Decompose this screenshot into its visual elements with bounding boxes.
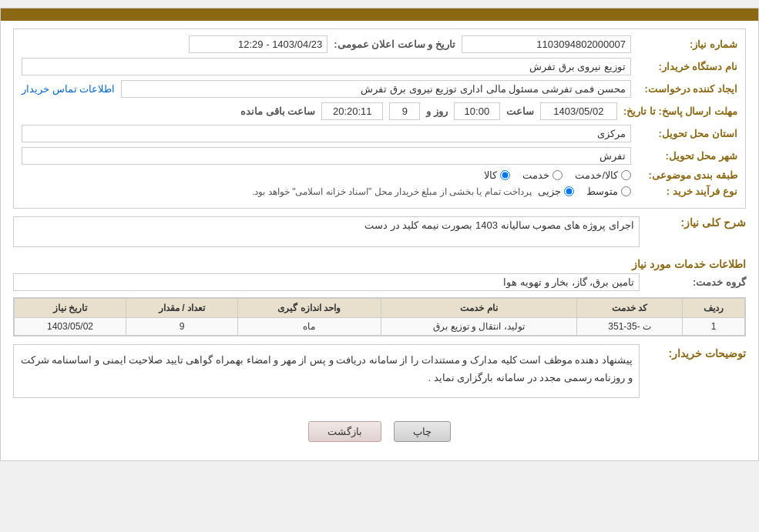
general-desc-label: شرح کلی نیاز: — [646, 216, 746, 229]
deadline-date: 1403/05/02 — [540, 102, 617, 120]
province-row: استان محل تحویل: مرکزی — [22, 125, 737, 142]
deadline-label: مهلت ارسال پاسخ: تا تاریخ: — [623, 105, 737, 117]
announce-date-value: 1403/04/23 - 12:29 — [189, 35, 327, 53]
cell-service-name: تولید، انتقال و توزیع برق — [381, 318, 577, 336]
need-number-label: شماره نیاز: — [637, 38, 737, 50]
content-area: شماره نیاز: 1103094802000007 تاریخ و ساع… — [1, 21, 758, 460]
buyer-org-label: نام دستگاه خریدار: — [637, 61, 737, 72]
purchase-note: پرداخت تمام یا بخشی از مبلغ خریدار محل "… — [252, 186, 532, 197]
buyer-org-row: نام دستگاه خریدار: توزیع نیروی برق تفرش — [22, 58, 737, 75]
city-label: شهر محل تحویل: — [637, 150, 737, 162]
buyer-notes-row: توضیحات خریدار: پیشنهاد دهنده موظف است ک… — [13, 344, 746, 406]
col-row-num: ردیف — [683, 299, 745, 318]
services-table: ردیف کد خدمت نام خدمت واحد اندازه گیری ت… — [14, 298, 745, 336]
category-goods-service-radio[interactable] — [621, 170, 631, 180]
buyer-org-value: توزیع نیروی برق تفرش — [22, 58, 631, 75]
deadline-time: 10:00 — [454, 102, 500, 120]
table-header-row: ردیف کد خدمت نام خدمت واحد اندازه گیری ت… — [15, 299, 745, 318]
category-goods-service-option[interactable]: کالا/خدمت — [575, 169, 631, 181]
announce-date-label: تاریخ و ساعت اعلان عمومی: — [334, 38, 455, 50]
page-wrapper: شماره نیاز: 1103094802000007 تاریخ و ساع… — [0, 8, 759, 461]
service-group-label: گروه خدمت: — [646, 276, 746, 288]
service-group-row: گروه خدمت: تامین برق، گاز، بخار و تهویه … — [13, 273, 746, 291]
deadline-day: 9 — [389, 102, 420, 120]
deadline-remaining: 20:20:11 — [321, 102, 383, 120]
contact-link[interactable]: اطلاعات تماس خریدار — [22, 83, 115, 95]
purchase-type-radio-group: متوسط جزیی — [538, 186, 631, 197]
button-row: چاپ بازگشت — [13, 413, 746, 453]
cell-service-code: ت -35-351 — [577, 318, 683, 336]
general-desc-row: شرح کلی نیاز: اجرای پروژه های مصوب سالیا… — [13, 216, 746, 247]
category-service-label: خدمت — [522, 169, 549, 181]
purchase-medium-radio[interactable] — [621, 186, 631, 196]
back-button[interactable]: بازگشت — [308, 421, 381, 442]
deadline-row: مهلت ارسال پاسخ: تا تاریخ: 1403/05/02 سا… — [22, 102, 737, 120]
creator-row: ایجاد کننده درخواست: محسن فمی تفرشی مسئو… — [22, 80, 737, 98]
buyer-notes-value: پیشنهاد دهنده موظف است کلیه مدارک و مستن… — [13, 344, 640, 398]
cell-quantity: 9 — [126, 318, 238, 336]
col-service-name: نام خدمت — [381, 299, 577, 318]
col-unit: واحد اندازه گیری — [237, 299, 381, 318]
deadline-day-label: روز و — [426, 105, 448, 117]
city-row: شهر محل تحویل: تفرش — [22, 147, 737, 165]
purchase-partial-label: جزیی — [538, 186, 561, 197]
purchase-partial-option[interactable]: جزیی — [538, 186, 574, 197]
services-section-title: اطلاعات خدمات مورد نیاز — [13, 253, 746, 273]
category-service-radio[interactable] — [552, 170, 563, 180]
city-value: تفرش — [22, 147, 631, 165]
need-number-value: 1103094802000007 — [462, 35, 631, 53]
buyer-notes-label: توضیحات خریدار: — [646, 344, 746, 360]
need-number-row: شماره نیاز: 1103094802000007 تاریخ و ساع… — [22, 35, 737, 53]
deadline-time-label: ساعت — [506, 105, 534, 117]
category-radio-group: کالا/خدمت خدمت کالا — [484, 169, 631, 181]
creator-value: محسن فمی تفرشی مسئول مالی اداری توزیع نی… — [121, 80, 631, 98]
main-info-section: شماره نیاز: 1103094802000007 تاریخ و ساع… — [13, 28, 746, 209]
category-goods-option[interactable]: کالا — [484, 169, 510, 181]
creator-label: ایجاد کننده درخواست: — [637, 83, 737, 95]
category-goods-service-label: کالا/خدمت — [575, 169, 618, 181]
page-title — [1, 8, 758, 21]
province-value: مرکزی — [22, 125, 631, 142]
category-goods-label: کالا — [484, 169, 497, 181]
purchase-partial-radio[interactable] — [564, 186, 574, 196]
service-group-value: تامین برق، گاز، بخار و تهویه هوا — [13, 273, 640, 291]
category-service-option[interactable]: خدمت — [522, 169, 563, 181]
deadline-remaining-label: ساعت باقی مانده — [240, 105, 315, 117]
purchase-medium-label: متوسط — [586, 186, 618, 197]
purchase-type-label: نوع فرآیند خرید : — [637, 186, 737, 197]
print-button[interactable]: چاپ — [394, 421, 451, 442]
category-row: طبقه بندی موضوعی: کالا/خدمت خدمت کالا — [22, 169, 737, 181]
cell-row-num: 1 — [683, 318, 745, 336]
col-date: تاریخ نیاز — [15, 299, 126, 318]
cell-date: 1403/05/02 — [15, 318, 126, 336]
cell-unit: ماه — [237, 318, 381, 336]
services-table-container: ردیف کد خدمت نام خدمت واحد اندازه گیری ت… — [13, 297, 746, 336]
category-label: طبقه بندی موضوعی: — [637, 169, 737, 181]
col-quantity: تعداد / مقدار — [126, 299, 238, 318]
province-label: استان محل تحویل: — [637, 128, 737, 139]
col-service-code: کد خدمت — [577, 299, 683, 318]
purchase-medium-option[interactable]: متوسط — [586, 186, 631, 197]
table-row: 1 ت -35-351 تولید، انتقال و توزیع برق ما… — [15, 318, 745, 336]
purchase-type-row: نوع فرآیند خرید : متوسط جزیی پرداخت تمام… — [22, 186, 737, 197]
category-goods-radio[interactable] — [500, 170, 510, 180]
general-desc-value: اجرای پروژه های مصوب سالیانه 1403 بصورت … — [13, 216, 640, 247]
